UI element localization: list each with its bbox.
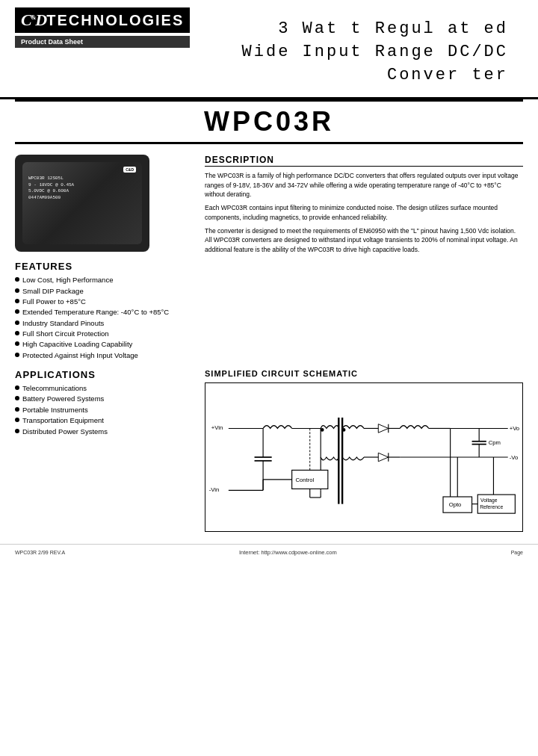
feature-text: High Capacitive Loading Capability (22, 340, 132, 349)
app-text: Telecommunications (22, 384, 87, 393)
feature-text: Full Power to +85°C (22, 297, 86, 306)
plus-vo-label: +Vo (510, 425, 519, 432)
logo-superscript: & (31, 14, 36, 21)
bullet-icon (15, 396, 19, 400)
bullet-icon (15, 331, 19, 335)
svg-marker-18 (378, 453, 388, 462)
feature-text: Protected Against High Input Voltage (22, 351, 138, 360)
bullet-icon (15, 288, 19, 293)
list-item: Full Short Circuit Protection (15, 329, 194, 338)
main-content: C&D WPC03R 12S05L 9 - 18VDC @ 0.45A 5.0V… (0, 155, 538, 362)
list-item: Full Power to +85°C (15, 297, 194, 306)
description-para1: The WPC03R is a family of high performan… (205, 171, 523, 199)
feature-text: Extended Temperature Range: -40°C to +85… (22, 308, 169, 317)
product-banner: WPC03R (15, 99, 523, 144)
features-section: FEATURES Low Cost, High Performance Smal… (15, 261, 194, 360)
logo-cd-text: C&D (21, 10, 46, 30)
features-list: Low Cost, High Performance Small DIP Pac… (15, 276, 194, 360)
list-item: Distributed Power Systems (15, 427, 194, 436)
applications-section: APPLICATIONS Telecommunications Battery … (15, 369, 194, 532)
bottom-area: APPLICATIONS Telecommunications Battery … (0, 369, 538, 532)
bullet-icon (15, 309, 19, 314)
product-data-sheet-badge: Product Data Sheet (15, 36, 190, 48)
product-image: C&D WPC03R 12S05L 9 - 18VDC @ 0.45A 5.0V… (15, 155, 149, 252)
voltage-ref-label2: Reference (480, 505, 503, 510)
right-column: DESCRIPTION The WPC03R is a family of hi… (205, 155, 523, 362)
product-image-logo: C&D (123, 167, 136, 173)
plus-vin-label: +Vin (211, 425, 223, 432)
opto-label: Opto (449, 502, 462, 509)
page-footer: WPC03R 2/99 REV.A Internet: http://www.c… (0, 544, 538, 560)
feature-text: Small DIP Package (22, 287, 84, 296)
bullet-icon (15, 353, 19, 357)
product-image-inner: C&D WPC03R 12S05L 9 - 18VDC @ 0.45A 5.0V… (22, 162, 142, 244)
description-para3: The converter is designed to meet the re… (205, 226, 523, 254)
bullet-icon (15, 277, 19, 282)
product-name: WPC03R (204, 106, 334, 137)
minus-vo-label: -Vo (510, 454, 519, 461)
title-line1: 3 Wat t Regul at ed (205, 18, 508, 41)
logo-area: C&D TECHNOLOGIES Product Data Sheet (15, 7, 190, 48)
product-label-line3: 5.0VDC @ 0.600A (28, 188, 74, 194)
logo-technologies-text: TECHNOLOGIES (46, 12, 184, 29)
product-label-line2: 9 - 18VDC @ 0.45A (28, 182, 74, 188)
app-text: Transportation Equipment (22, 416, 104, 425)
list-item: High Capacitive Loading Capability (15, 340, 194, 349)
footer-right: Page (511, 550, 523, 555)
cpm-label: Cpm (489, 439, 501, 446)
bullet-icon (15, 299, 19, 303)
svg-point-13 (321, 428, 324, 432)
control-label: Control (295, 477, 314, 483)
list-item: Small DIP Package (15, 287, 194, 296)
product-label-line1: WPC03R 12S05L (28, 176, 74, 182)
list-item: Low Cost, High Performance (15, 276, 194, 285)
list-item: Telecommunications (15, 384, 194, 393)
features-heading: FEATURES (15, 261, 194, 272)
feature-text: Industry Standard Pinouts (22, 319, 104, 328)
description-heading: DESCRIPTION (205, 155, 523, 167)
minus-vin-label: -Vin (209, 486, 220, 493)
bullet-icon (15, 385, 19, 390)
feature-text: Low Cost, High Performance (22, 276, 113, 285)
footer-center: Internet: http://www.cdpowe-online.com (239, 549, 337, 556)
list-item: Transportation Equipment (15, 416, 194, 425)
page-header: C&D TECHNOLOGIES Product Data Sheet 3 Wa… (0, 0, 538, 99)
bullet-icon (15, 407, 19, 412)
list-item: Protected Against High Input Voltage (15, 351, 194, 360)
svg-point-14 (342, 428, 346, 432)
product-image-label: WPC03R 12S05L 9 - 18VDC @ 0.45A 5.0VDC @… (28, 176, 74, 201)
schematic-box: +Vin -Vin (205, 382, 523, 532)
feature-text: Full Short Circuit Protection (22, 329, 109, 338)
list-item: Industry Standard Pinouts (15, 319, 194, 328)
applications-heading: APPLICATIONS (15, 369, 194, 380)
list-item: Portable Instruments (15, 406, 194, 415)
applications-list: Telecommunications Battery Powered Syste… (15, 384, 194, 436)
app-text: Battery Powered Systems (22, 394, 104, 403)
title-section: 3 Wat t Regul at ed Wide Input Range DC/… (190, 7, 523, 93)
voltage-ref-label: Voltage (480, 498, 498, 504)
schematic-svg: +Vin -Vin (205, 383, 522, 531)
app-text: Portable Instruments (22, 406, 88, 415)
schematic-heading: SIMPLIFIED CIRCUIT SCHEMATIC (205, 369, 523, 378)
footer-left: WPC03R 2/99 REV.A (15, 550, 65, 555)
app-text: Distributed Power Systems (22, 427, 108, 436)
title-line2: Wide Input Range DC/DC Conver ter (205, 41, 508, 87)
left-column: C&D WPC03R 12S05L 9 - 18VDC @ 0.45A 5.0V… (15, 155, 194, 362)
product-label-serial: 0447AM09A500 (28, 195, 74, 201)
bullet-icon (15, 429, 19, 433)
bullet-icon (15, 341, 19, 346)
description-para2: Each WPC03R contains input filtering to … (205, 203, 523, 222)
bullet-icon (15, 320, 19, 325)
bullet-icon (15, 418, 19, 422)
schematic-section: SIMPLIFIED CIRCUIT SCHEMATIC +Vin -Vin (205, 369, 523, 532)
list-item: Extended Temperature Range: -40°C to +85… (15, 308, 194, 317)
svg-marker-15 (378, 424, 388, 433)
main-title: 3 Wat t Regul at ed Wide Input Range DC/… (205, 18, 508, 87)
logo-box: C&D TECHNOLOGIES (15, 7, 190, 33)
description-section: DESCRIPTION The WPC03R is a family of hi… (205, 155, 523, 254)
list-item: Battery Powered Systems (15, 394, 194, 403)
